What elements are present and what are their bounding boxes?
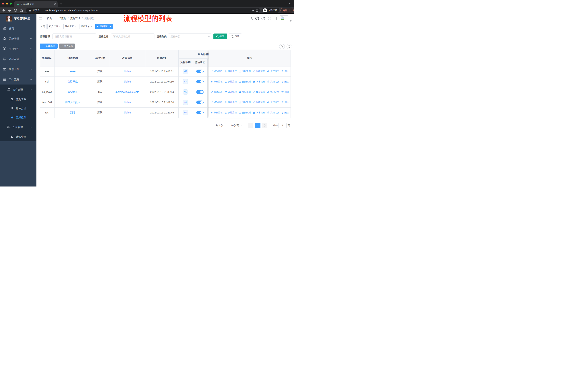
active-toggle[interactable]: [196, 80, 204, 83]
action-流程定义[interactable]: 流程定义: [267, 70, 279, 73]
action-流程定义[interactable]: 流程定义: [267, 101, 279, 104]
back-button[interactable]: [2, 8, 6, 12]
active-toggle[interactable]: [196, 70, 204, 73]
address-bar[interactable]: 不安全 dashboard.yudao.iocoder.cn/bpm/manag…: [26, 8, 260, 13]
action-流程定义[interactable]: 流程定义: [267, 80, 279, 83]
tag-首页[interactable]: 首页: [39, 24, 46, 29]
action-删除[interactable]: 删除: [281, 91, 289, 94]
update-chrome-button[interactable]: 更新: [281, 8, 294, 13]
page-size-select[interactable]: 10条/页: [226, 123, 244, 128]
action-修改流程[interactable]: 修改流程: [210, 91, 222, 94]
sidebar-collapse-icon[interactable]: [39, 17, 42, 20]
breadcrumb-item[interactable]: 首页: [47, 17, 52, 20]
tag-close-icon[interactable]: [91, 26, 93, 27]
refresh-table-button[interactable]: [286, 44, 292, 49]
goto-page-input[interactable]: 1: [279, 123, 286, 128]
search-icon[interactable]: [249, 17, 253, 20]
version-tag[interactable]: v21: [183, 110, 188, 115]
tag-close-icon[interactable]: [75, 26, 77, 27]
action-发布流程[interactable]: 发布流程: [253, 70, 265, 73]
user-avatar[interactable]: [280, 15, 288, 23]
not-secure-warning-icon[interactable]: [28, 9, 32, 12]
process-name-link[interactable]: 自己审批: [68, 80, 78, 83]
sidebar-item-系统管理[interactable]: 系统管理: [0, 33, 36, 44]
action-设计流程[interactable]: 设计流程: [225, 101, 237, 104]
action-分配规则[interactable]: 分配规则: [239, 70, 251, 73]
new-tab-button[interactable]: [60, 2, 62, 5]
tag-close-icon[interactable]: [110, 26, 111, 27]
action-删除[interactable]: 删除: [281, 111, 289, 114]
help-icon[interactable]: [261, 17, 265, 20]
action-删除[interactable]: 删除: [281, 80, 289, 83]
sidebar-item-任务管理[interactable]: 任务管理: [0, 122, 36, 132]
action-删除[interactable]: 删除: [281, 101, 289, 104]
sidebar-item-流程管理[interactable]: 流程管理: [0, 84, 36, 95]
fullscreen-icon[interactable]: [268, 17, 272, 20]
tab-search-chevron-icon[interactable]: [289, 3, 291, 5]
action-分配规则[interactable]: 分配规则: [239, 80, 251, 83]
sidebar-item-工作流程[interactable]: 工作流程: [0, 74, 36, 84]
action-分配规则[interactable]: 分配规则: [239, 101, 251, 104]
search-button[interactable]: 搜索: [213, 33, 227, 39]
forward-button[interactable]: [8, 8, 12, 12]
active-toggle[interactable]: [196, 111, 204, 114]
action-分配规则[interactable]: 分配规则: [239, 91, 251, 94]
sidebar-item-用户分组[interactable]: 用户分组: [0, 104, 36, 113]
sidebar-item-请假查询[interactable]: 请假查询: [0, 132, 36, 141]
action-发布流程[interactable]: 发布流程: [253, 111, 265, 114]
current-page-button[interactable]: 1: [255, 123, 261, 128]
version-tag[interactable]: v5: [183, 90, 188, 94]
category-select[interactable]: [168, 33, 212, 39]
form-link[interactable]: /bpm/oa/leave/create: [115, 91, 139, 93]
action-流程定义[interactable]: 流程定义: [267, 111, 279, 114]
form-link[interactable]: biubiu: [124, 111, 131, 114]
home-button[interactable]: [19, 8, 23, 12]
form-link[interactable]: biubiu: [124, 80, 131, 83]
sidebar-item-支付管理[interactable]: 支付管理: [0, 44, 36, 54]
breadcrumb-item[interactable]: 流程管理: [70, 17, 80, 20]
toggle-search-button[interactable]: [279, 44, 285, 49]
action-修改流程[interactable]: 修改流程: [210, 80, 222, 83]
bookmark-star-icon[interactable]: [255, 9, 259, 12]
tag-租户管理[interactable]: 租户管理: [47, 24, 62, 29]
process-name-input[interactable]: [111, 33, 155, 39]
prev-page-button[interactable]: [248, 123, 253, 128]
browser-menu-kebab-icon[interactable]: [289, 9, 290, 12]
tag-流程模型[interactable]: 流程模型: [95, 24, 113, 29]
form-link[interactable]: biubiu: [124, 70, 131, 73]
active-toggle[interactable]: [196, 101, 204, 104]
action-设计流程[interactable]: 设计流程: [225, 91, 237, 94]
tab-close-icon[interactable]: [54, 3, 56, 5]
version-tag[interactable]: v2: [183, 79, 188, 84]
tag-流程表单[interactable]: 流程表单: [79, 24, 94, 29]
action-发布流程[interactable]: 发布流程: [253, 91, 265, 94]
process-name-link[interactable]: OA 请假: [68, 90, 77, 94]
tag-close-icon[interactable]: [59, 26, 61, 27]
action-修改流程[interactable]: 修改流程: [210, 111, 222, 114]
form-link[interactable]: biubiu: [124, 101, 131, 104]
import-process-button[interactable]: 导入流程: [59, 43, 75, 49]
next-page-button[interactable]: [262, 123, 267, 128]
action-设计流程[interactable]: 设计流程: [225, 80, 237, 83]
minimize-window-button[interactable]: [6, 2, 8, 5]
reset-button[interactable]: 重置: [229, 33, 242, 39]
browser-tab[interactable]: 芋道管理系统: [14, 1, 58, 7]
process-name-link[interactable]: 滔博: [70, 111, 75, 114]
font-size-icon[interactable]: [274, 17, 278, 20]
process-key-input[interactable]: [52, 33, 96, 39]
sidebar-item-基础设施[interactable]: 基础设施: [0, 54, 36, 64]
active-toggle[interactable]: [196, 90, 204, 94]
action-设计流程[interactable]: 设计流程: [225, 70, 237, 73]
action-修改流程[interactable]: 修改流程: [210, 70, 222, 73]
version-tag[interactable]: v4: [183, 100, 188, 105]
action-发布流程[interactable]: 发布流程: [253, 101, 265, 104]
reload-button[interactable]: [13, 8, 18, 12]
sidebar-item-流程表单[interactable]: 流程表单: [0, 95, 36, 104]
action-删除[interactable]: 删除: [281, 70, 289, 73]
action-发布流程[interactable]: 发布流程: [253, 80, 265, 83]
sidebar-item-研发工具[interactable]: 研发工具: [0, 64, 36, 74]
password-key-icon[interactable]: [251, 9, 254, 12]
sidebar-item-流程模型[interactable]: 流程模型: [0, 113, 36, 122]
process-name-link[interactable]: eeee: [70, 70, 75, 73]
action-分配规则[interactable]: 分配规则: [239, 111, 251, 114]
